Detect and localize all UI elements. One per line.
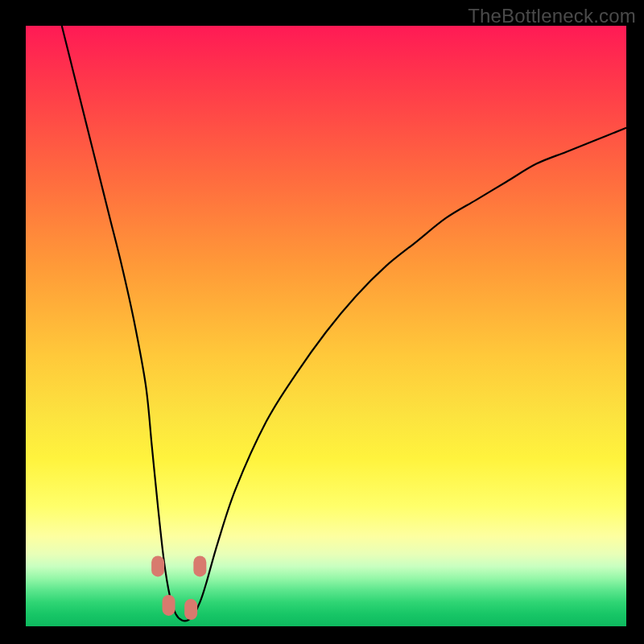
curve-markers	[151, 555, 206, 620]
plot-area	[26, 26, 626, 626]
chart-frame: TheBottleneck.com	[0, 0, 644, 644]
data-marker	[184, 599, 197, 620]
bottleneck-curve	[62, 26, 626, 621]
data-marker	[151, 555, 164, 576]
data-marker	[163, 595, 175, 616]
data-marker	[193, 555, 206, 576]
curve-svg	[26, 26, 626, 626]
watermark-text: TheBottleneck.com	[468, 5, 636, 27]
